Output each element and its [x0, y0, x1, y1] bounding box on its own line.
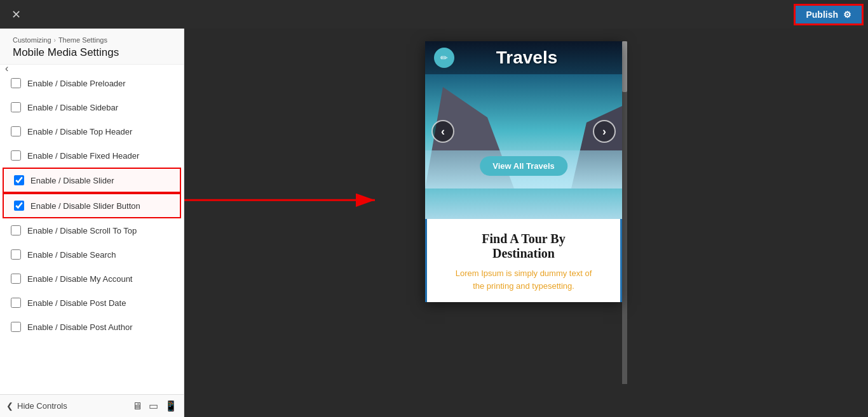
- tablet-icon: ▭: [149, 400, 158, 411]
- settings-item-post-author[interactable]: Enable / Disable Post Author: [0, 315, 184, 339]
- settings-item-fixed-header[interactable]: Enable / Disable Fixed Header: [0, 143, 184, 168]
- checkbox-label-fixed-header: Enable / Disable Fixed Header: [27, 151, 139, 161]
- settings-list: Enable / Disable PreloaderEnable / Disab…: [0, 65, 184, 394]
- phone-preview-wrapper: ✏ Travels ‹ View All Travels ›: [425, 41, 627, 384]
- hide-controls-button[interactable]: ❮ Hide Controls: [6, 401, 67, 411]
- checkbox-label-top-header: Enable / Disable Top Header: [27, 127, 132, 136]
- slider-top-bar: ✏ Travels: [425, 41, 622, 74]
- slider-next-button[interactable]: ›: [593, 120, 616, 143]
- sidebar-header: ‹ Customizing › Theme Settings Mobile Me…: [0, 29, 184, 65]
- checkbox-account[interactable]: [11, 274, 21, 284]
- preview-area: ✏ Travels ‹ View All Travels ›: [184, 29, 868, 417]
- close-button[interactable]: ✕: [6, 5, 26, 24]
- checkbox-label-post-author: Enable / Disable Post Author: [27, 322, 133, 332]
- sidebar-footer: ❮ Hide Controls 🖥 ▭ 📱: [0, 394, 184, 417]
- content-section: Find A Tour ByDestination Lorem Ipsum is…: [425, 219, 622, 302]
- settings-item-post-date[interactable]: Enable / Disable Post Date: [0, 291, 184, 315]
- top-bar: ✕ Publish ⚙: [0, 0, 868, 29]
- travels-title: Travels: [459, 48, 613, 68]
- settings-item-top-header[interactable]: Enable / Disable Top Header: [0, 119, 184, 143]
- desktop-icon: 🖥: [132, 400, 142, 411]
- checkbox-slider-button[interactable]: [14, 201, 24, 211]
- mobile-icon: 📱: [165, 400, 177, 411]
- settings-item-scroll-top[interactable]: Enable / Disable Scroll To Top: [0, 218, 184, 242]
- back-icon: ‹: [5, 63, 8, 74]
- checkbox-search[interactable]: [11, 249, 21, 260]
- sidebar-back-button[interactable]: ‹: [0, 60, 13, 77]
- preview-scrollbar[interactable]: [622, 41, 627, 384]
- content-text: Lorem Ipsum is simply dummy text ofthe p…: [437, 267, 610, 292]
- checkbox-fixed-header[interactable]: [11, 150, 21, 161]
- tablet-view-button[interactable]: ▭: [149, 400, 158, 412]
- phone-preview: ✏ Travels ‹ View All Travels ›: [425, 41, 622, 302]
- checkbox-slider[interactable]: [14, 175, 24, 185]
- mobile-view-button[interactable]: 📱: [165, 400, 177, 412]
- checkbox-label-slider-button: Enable / Disable Slider Button: [31, 201, 140, 211]
- hide-controls-label: Hide Controls: [17, 401, 67, 411]
- main-layout: ‹ Customizing › Theme Settings Mobile Me…: [0, 29, 868, 417]
- checkbox-preloader[interactable]: [11, 78, 21, 88]
- chevron-left-icon: ❮: [6, 401, 13, 411]
- settings-item-slider[interactable]: Enable / Disable Slider: [3, 168, 181, 193]
- scrollbar-thumb: [622, 41, 627, 92]
- sidebar-title: Mobile Media Settings: [13, 46, 171, 59]
- checkbox-label-sidebar: Enable / Disable Sidebar: [27, 103, 118, 112]
- slider-scene: ‹ View All Travels ›: [425, 74, 622, 189]
- slider-section: ✏ Travels ‹ View All Travels ›: [425, 41, 622, 219]
- publish-label: Publish: [806, 10, 838, 20]
- checkbox-sidebar[interactable]: [11, 102, 21, 112]
- breadcrumb-separator: ›: [54, 37, 56, 44]
- checkbox-label-account: Enable / Disable My Account: [27, 274, 132, 284]
- checkbox-label-search: Enable / Disable Search: [27, 250, 116, 260]
- checkbox-top-header[interactable]: [11, 126, 21, 136]
- gear-icon: ⚙: [843, 10, 851, 20]
- checkbox-label-slider: Enable / Disable Slider: [31, 176, 114, 185]
- view-all-button[interactable]: View All Travels: [480, 156, 567, 176]
- settings-item-slider-button[interactable]: Enable / Disable Slider Button: [3, 193, 181, 218]
- checkbox-label-scroll-top: Enable / Disable Scroll To Top: [27, 226, 137, 235]
- publish-button[interactable]: Publish ⚙: [796, 6, 862, 23]
- settings-item-sidebar[interactable]: Enable / Disable Sidebar: [0, 95, 184, 119]
- breadcrumb-home: Customizing: [13, 36, 51, 44]
- settings-item-account[interactable]: Enable / Disable My Account: [0, 267, 184, 291]
- slider-prev-button[interactable]: ‹: [431, 120, 454, 143]
- breadcrumb: Customizing › Theme Settings: [13, 36, 171, 44]
- sidebar: ‹ Customizing › Theme Settings Mobile Me…: [0, 29, 184, 417]
- checkbox-post-author[interactable]: [11, 322, 21, 332]
- content-title: Find A Tour ByDestination: [437, 232, 610, 261]
- breadcrumb-section: Theme Settings: [58, 36, 107, 44]
- desktop-view-button[interactable]: 🖥: [132, 400, 142, 412]
- checkbox-label-post-date: Enable / Disable Post Date: [27, 298, 126, 308]
- checkbox-post-date[interactable]: [11, 298, 21, 308]
- device-switcher: 🖥 ▭ 📱: [132, 400, 177, 412]
- checkbox-label-preloader: Enable / Disable Preloader: [27, 79, 126, 88]
- checkbox-scroll-top[interactable]: [11, 225, 21, 235]
- pencil-icon: ✏: [434, 48, 454, 68]
- settings-item-preloader[interactable]: Enable / Disable Preloader: [0, 71, 184, 95]
- settings-item-search[interactable]: Enable / Disable Search: [0, 242, 184, 267]
